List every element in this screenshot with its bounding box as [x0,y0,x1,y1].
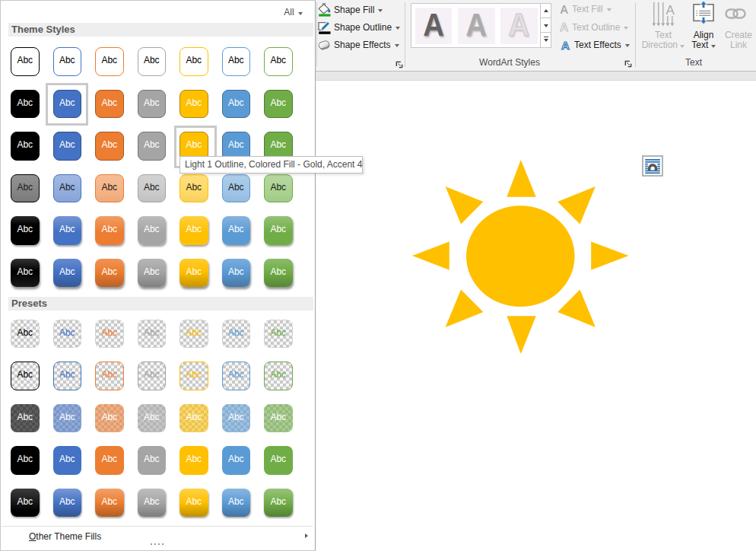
svg-text:A: A [666,3,675,18]
